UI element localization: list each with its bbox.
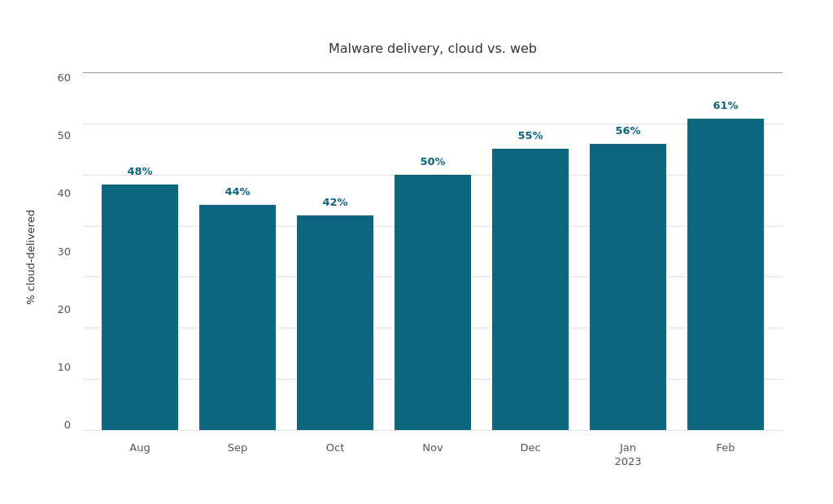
y-tick: 60 <box>38 72 71 83</box>
x-tick: Jan2023 <box>579 441 677 469</box>
gridline <box>83 430 783 431</box>
chart-area: % cloud-delivered 0102030405060 48%44%42… <box>83 72 783 430</box>
bar-group: 48% <box>91 72 189 430</box>
bar-group: 61% <box>677 72 774 430</box>
bar-group: 55% <box>482 72 579 430</box>
bar: 55% <box>492 149 569 430</box>
y-tick: 40 <box>38 188 71 198</box>
y-axis: 0102030405060 <box>38 72 71 430</box>
chart-title: Malware delivery, cloud vs. web <box>83 41 783 56</box>
bar-value-label: 55% <box>517 129 543 141</box>
bar-value-label: 48% <box>127 165 152 177</box>
x-tick: Sep <box>189 441 286 469</box>
bars-wrapper: 48%44%42%50%55%56%61% <box>83 72 783 430</box>
x-axis: AugSepOctNovDecJan2023Feb <box>83 435 783 469</box>
bar-group: 50% <box>384 72 482 430</box>
y-tick: 0 <box>38 419 71 430</box>
bar: 61% <box>687 119 764 430</box>
bar-value-label: 50% <box>420 155 445 167</box>
bar-value-label: 56% <box>615 124 640 137</box>
x-tick: Feb <box>677 441 774 469</box>
bar: 48% <box>102 185 178 430</box>
bar: 56% <box>590 144 666 430</box>
y-tick: 20 <box>38 304 71 315</box>
bars-row: 48%44%42%50%55%56%61% <box>83 72 783 430</box>
bar-group: 56% <box>579 72 677 430</box>
bar-value-label: 44% <box>225 185 250 198</box>
bar: 50% <box>395 175 471 430</box>
bar-group: 44% <box>189 72 286 430</box>
bar-value-label: 42% <box>322 196 347 208</box>
bar: 44% <box>199 205 276 430</box>
chart-container: Malware delivery, cloud vs. web % cloud-… <box>26 16 807 488</box>
x-tick: Nov <box>384 441 482 469</box>
y-axis-label: % cloud-delivered <box>24 210 37 305</box>
bar-value-label: 61% <box>713 99 738 111</box>
bar: 42% <box>297 215 373 430</box>
y-tick: 10 <box>38 362 71 372</box>
x-tick: Oct <box>286 441 384 469</box>
x-tick: Dec <box>482 441 579 469</box>
x-tick: Aug <box>91 441 189 469</box>
bar-group: 42% <box>286 72 384 430</box>
y-tick: 30 <box>38 246 71 257</box>
y-tick: 50 <box>38 130 71 141</box>
